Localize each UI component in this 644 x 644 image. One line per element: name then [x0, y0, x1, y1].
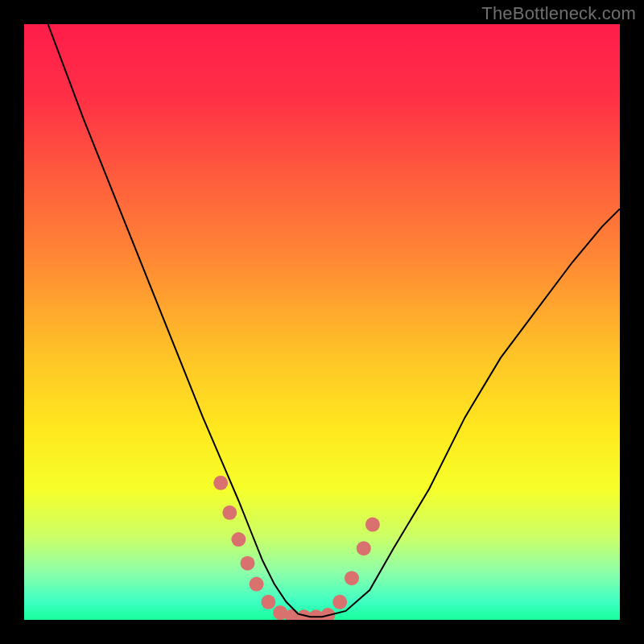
highlight-marker — [332, 595, 347, 609]
highlight-marker — [261, 595, 275, 609]
bottleneck-curve — [48, 24, 620, 617]
watermark-text: TheBottleneck.com — [481, 3, 636, 24]
highlight-marker — [213, 476, 228, 490]
highlight-marker — [222, 506, 237, 520]
highlight-marker — [250, 577, 264, 592]
marker-group — [213, 476, 380, 620]
chart-svg — [24, 24, 620, 620]
plot-area — [24, 24, 620, 620]
highlight-marker — [365, 518, 380, 532]
highlight-marker — [231, 532, 246, 547]
highlight-marker — [357, 541, 371, 555]
highlight-marker — [345, 571, 359, 585]
chart-frame: TheBottleneck.com — [0, 0, 644, 644]
highlight-marker — [241, 556, 255, 571]
